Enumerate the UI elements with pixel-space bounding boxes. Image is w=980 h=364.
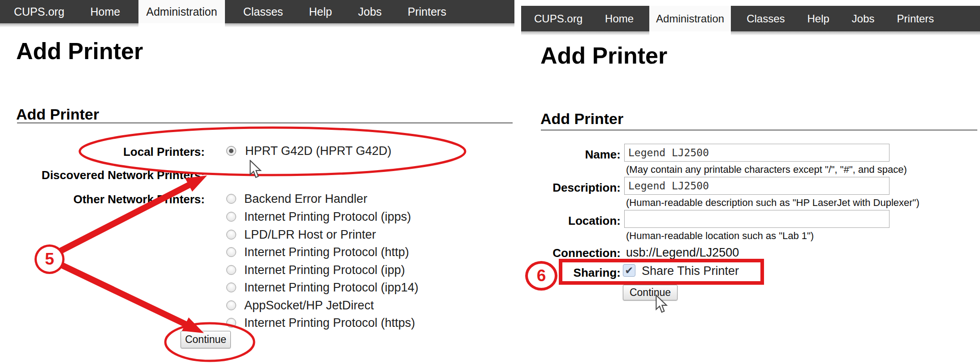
radio-ipp-ipps[interactable] — [226, 212, 236, 222]
radio-backend-error-handler[interactable] — [226, 194, 236, 204]
discovered-network-printers-label: Discovered Network Printers: — [0, 168, 205, 182]
location-label: Location: — [521, 214, 621, 228]
section-divider — [541, 129, 977, 131]
screenshot-stage: CUPS.org Home Administration Classes Hel… — [0, 0, 980, 364]
nav-item-home[interactable]: Home — [598, 6, 640, 31]
continue-button[interactable]: Continue — [623, 285, 678, 300]
nav-item-classes[interactable]: Classes — [236, 0, 291, 23]
radio-appsocket-jetdirect[interactable] — [226, 300, 236, 310]
option-label: Internet Printing Protocol (https) — [244, 316, 415, 330]
connection-value: usb://Legend/LJ2500 — [626, 246, 739, 260]
radio-ipp-https[interactable] — [226, 318, 236, 328]
radio-ipp-ipp[interactable] — [226, 265, 236, 275]
nav-shadow — [0, 23, 514, 27]
nav-item-administration[interactable]: Administration — [138, 0, 224, 23]
option-label: Backend Error Handler — [244, 192, 367, 206]
section-title: Add Printer — [540, 110, 623, 128]
description-input[interactable] — [624, 177, 889, 195]
nav-item-cups-org[interactable]: CUPS.org — [527, 6, 589, 31]
nav-item-cups-org[interactable]: CUPS.org — [6, 0, 72, 23]
page-title: Add Printer — [16, 38, 143, 64]
share-this-printer-checkbox[interactable]: ✔ — [623, 264, 635, 277]
nav-shadow — [521, 31, 980, 35]
nav-item-home[interactable]: Home — [83, 0, 128, 23]
option-label: Internet Printing Protocol (http) — [244, 245, 409, 259]
nav-item-help[interactable]: Help — [801, 6, 836, 31]
location-hint: (Human-readable location such as "Lab 1"… — [626, 230, 814, 242]
local-printer-option-label: HPRT G42D (HPRT G42D) — [245, 144, 392, 158]
option-label: Internet Printing Protocol (ipp) — [244, 263, 405, 277]
right-screenshot-panel: CUPS.org Home Administration Classes Hel… — [521, 0, 980, 364]
local-printers-label: Local Printers: — [0, 145, 205, 159]
radio-ipp-http[interactable] — [226, 247, 236, 257]
mouse-cursor-icon — [249, 160, 262, 180]
connection-label: Connection: — [521, 246, 621, 260]
left-nav-bar: CUPS.org Home Administration Classes Hel… — [0, 0, 514, 23]
option-label: Internet Printing Protocol (ipps) — [244, 210, 411, 224]
option-label: AppSocket/HP JetDirect — [244, 299, 374, 313]
right-nav-bar: CUPS.org Home Administration Classes Hel… — [521, 6, 980, 31]
radio-lpd-lpr[interactable] — [226, 230, 236, 240]
name-label: Name: — [521, 148, 621, 162]
nav-item-administration[interactable]: Administration — [649, 6, 731, 31]
radio-ipp-ipp14[interactable] — [226, 283, 236, 292]
nav-item-printers[interactable]: Printers — [890, 6, 941, 31]
nav-item-jobs[interactable]: Jobs — [350, 0, 389, 23]
nav-item-help[interactable]: Help — [302, 0, 340, 23]
share-this-printer-checkbox-label: Share This Printer — [642, 264, 739, 278]
nav-item-classes[interactable]: Classes — [740, 6, 791, 31]
option-label: Internet Printing Protocol (ipp14) — [244, 281, 419, 295]
nav-item-printers[interactable]: Printers — [400, 0, 454, 23]
other-network-printers-label: Other Network Printers: — [0, 193, 205, 206]
radio-local-printer-hprt-g42d[interactable] — [226, 146, 236, 156]
name-hint: (May contain any printable characters ex… — [626, 164, 907, 176]
section-divider — [17, 122, 513, 124]
description-label: Description: — [521, 181, 621, 195]
section-title: Add Printer — [16, 106, 99, 123]
name-input[interactable] — [624, 144, 889, 162]
location-input[interactable] — [624, 210, 889, 228]
continue-button[interactable]: Continue — [181, 331, 231, 348]
description-hint: (Human-readable description such as "HP … — [626, 197, 920, 209]
option-label: LPD/LPR Host or Printer — [244, 228, 376, 242]
page-title: Add Printer — [540, 42, 667, 69]
left-screenshot-panel: CUPS.org Home Administration Classes Hel… — [0, 0, 514, 364]
nav-item-jobs[interactable]: Jobs — [845, 6, 881, 31]
sharing-label: Sharing: — [521, 266, 621, 280]
